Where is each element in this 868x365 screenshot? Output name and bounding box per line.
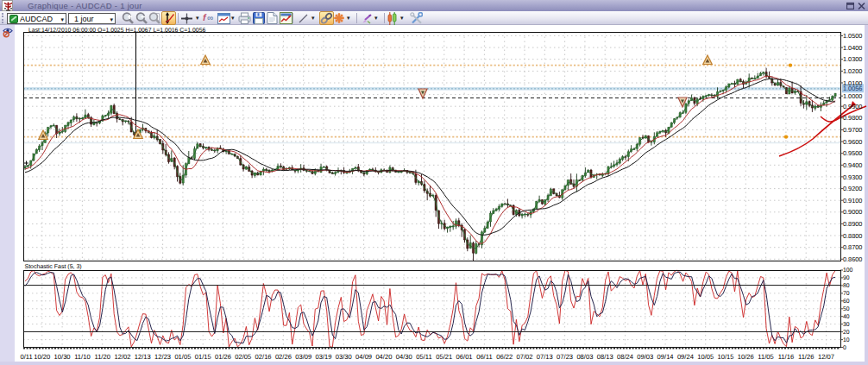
svg-text:0: 0 <box>843 345 846 351</box>
svg-text:10/30: 10/30 <box>54 353 71 361</box>
svg-text:04/09: 04/09 <box>355 353 372 361</box>
svg-text:0.9200: 0.9200 <box>843 185 862 192</box>
svg-text:0.9100: 0.9100 <box>843 197 862 205</box>
svg-text:0.9500: 0.9500 <box>843 149 862 157</box>
svg-text:12/07: 12/07 <box>818 353 834 361</box>
svg-text:11/10: 11/10 <box>74 353 90 361</box>
svg-text:90: 90 <box>843 275 850 281</box>
svg-text:0.9800: 0.9800 <box>843 114 862 122</box>
svg-text:10/15: 10/15 <box>717 353 733 361</box>
svg-text:20: 20 <box>843 330 850 336</box>
svg-text:10/20: 10/20 <box>34 353 50 361</box>
svg-text:1.0300: 1.0300 <box>843 55 862 63</box>
svg-text:12/23: 12/23 <box>154 353 171 361</box>
svg-text:06/22: 06/22 <box>496 353 513 361</box>
svg-text:11/16: 11/16 <box>778 353 794 361</box>
svg-text:10/26: 10/26 <box>738 353 754 361</box>
svg-text:02/26: 02/26 <box>275 353 292 361</box>
svg-text:07/02: 07/02 <box>516 353 532 361</box>
svg-text:11/20: 11/20 <box>94 353 110 361</box>
svg-text:06/01: 06/01 <box>456 353 473 361</box>
svg-text:40: 40 <box>843 314 850 320</box>
svg-text:12/02: 12/02 <box>114 353 130 361</box>
svg-text:05/11: 05/11 <box>416 353 431 361</box>
svg-text:02/16: 02/16 <box>255 353 272 361</box>
svg-text:03/30: 03/30 <box>336 353 352 361</box>
svg-text:1.0200: 1.0200 <box>843 67 862 75</box>
svg-text:11/05: 11/05 <box>758 353 773 361</box>
svg-text:0.9900: 0.9900 <box>843 103 862 110</box>
svg-text:03/09: 03/09 <box>295 353 311 361</box>
svg-text:0.8800: 0.8800 <box>843 232 862 240</box>
svg-text:0/11: 0/11 <box>21 353 33 361</box>
svg-text:04/20: 04/20 <box>375 353 392 361</box>
svg-text:09/24: 09/24 <box>677 353 694 361</box>
svg-text:80: 80 <box>843 283 850 289</box>
svg-text:0.9000: 0.9000 <box>843 208 862 216</box>
svg-text:∞: ∞ <box>207 14 213 23</box>
svg-text:0.9400: 0.9400 <box>843 161 862 169</box>
svg-text:08/03: 08/03 <box>576 353 593 361</box>
svg-text:100: 100 <box>843 267 853 274</box>
svg-text:01/05: 01/05 <box>174 353 191 361</box>
svg-text:0.9600: 0.9600 <box>843 138 862 146</box>
svg-text:1.0400: 1.0400 <box>843 44 862 52</box>
svg-text:09/03: 09/03 <box>637 353 653 361</box>
svg-text:50: 50 <box>843 306 850 312</box>
svg-text:04/30: 04/30 <box>396 353 412 361</box>
svg-text:09/14: 09/14 <box>657 353 674 361</box>
svg-text:0.9700: 0.9700 <box>843 126 862 134</box>
svg-text:0.8700: 0.8700 <box>843 243 862 251</box>
svg-text:Stochastic Fast (5, 3): Stochastic Fast (5, 3) <box>25 263 82 270</box>
svg-text:10: 10 <box>843 337 850 343</box>
svg-text:01/26: 01/26 <box>215 353 231 361</box>
svg-text:06/11: 06/11 <box>476 353 492 361</box>
svg-text:60: 60 <box>843 299 850 305</box>
svg-text:0.8900: 0.8900 <box>843 220 862 228</box>
svg-text:11/26: 11/26 <box>798 353 814 361</box>
svg-text:1.0056: 1.0056 <box>843 85 862 92</box>
svg-text:1.0500: 1.0500 <box>843 32 862 40</box>
svg-text:07/13: 07/13 <box>537 353 553 361</box>
svg-text:0.9300: 0.9300 <box>843 173 862 181</box>
svg-text:0.8600: 0.8600 <box>843 255 862 263</box>
svg-text:70: 70 <box>843 291 850 297</box>
svg-text:02/05: 02/05 <box>235 353 251 361</box>
svg-text:12/13: 12/13 <box>135 353 151 361</box>
svg-text:08/13: 08/13 <box>597 353 613 361</box>
svg-text:08/24: 08/24 <box>617 353 633 361</box>
svg-text:05/21: 05/21 <box>436 353 452 361</box>
svg-text:03/19: 03/19 <box>315 353 331 361</box>
svg-text:1.0000: 1.0000 <box>843 92 862 100</box>
svg-text:10/05: 10/05 <box>697 353 714 361</box>
svg-text:30: 30 <box>843 322 850 328</box>
svg-text:01/15: 01/15 <box>195 353 211 361</box>
svg-text:07/23: 07/23 <box>557 353 573 361</box>
